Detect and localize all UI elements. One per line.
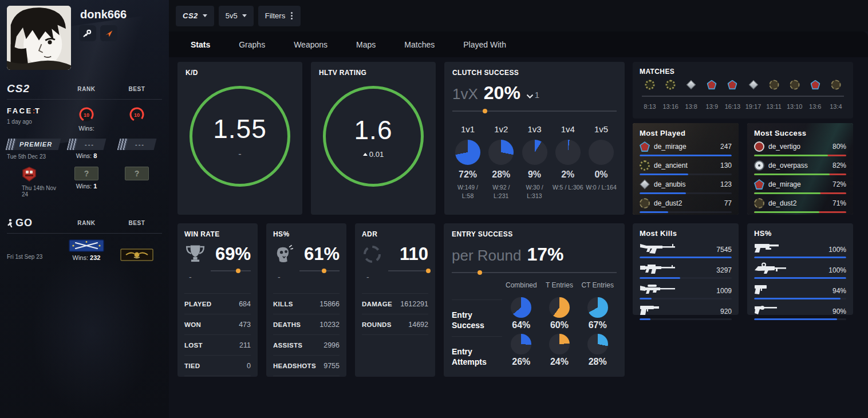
match-item[interactable]: 16:13 — [722, 79, 743, 110]
most-success-card: Most Success de_vertigo80% de_overpass82… — [747, 123, 853, 215]
map-anubis-icon — [640, 179, 650, 190]
clutch-selector[interactable]: 1 — [526, 90, 539, 100]
match-item[interactable]: 13:10 — [784, 79, 805, 110]
chevron-down-icon — [203, 14, 207, 17]
pie-chart — [555, 140, 581, 165]
win-rate-delta: - — [189, 273, 251, 282]
map-row[interactable]: de_dust271% — [754, 198, 846, 213]
pie-chart — [587, 297, 608, 318]
tracker-link[interactable] — [100, 25, 117, 41]
map-mirage-icon — [707, 80, 717, 89]
slider-dot — [483, 109, 487, 113]
weapon-row: 920 — [640, 304, 732, 320]
faceit-date: 1 day ago — [7, 119, 61, 125]
kd-ring: 1.55 - — [190, 86, 290, 187]
map-row[interactable]: de_ancient130 — [640, 160, 732, 175]
win-rate-card: WIN RATE 69% - PLAYED684 — [177, 223, 258, 377]
entry-slider — [452, 272, 617, 273]
map-ancient-icon — [666, 80, 676, 89]
clutch-1v5: 1v5 0% W:0 / L:164 — [586, 124, 617, 200]
win-rate-value: 69% — [215, 244, 251, 265]
entry-success-combined: 64% — [502, 294, 540, 330]
mode-select-label: 5v5 — [226, 11, 238, 20]
match-item[interactable]: 13:11 — [764, 79, 784, 110]
player-name: donk666 — [80, 8, 127, 21]
weapon-row: 94% — [754, 283, 846, 299]
best-column-label: BEST — [112, 86, 162, 92]
map-row[interactable]: de_vertigo80% — [754, 141, 846, 156]
match-item[interactable]: 8:13 — [640, 79, 660, 110]
map-row[interactable]: de_mirage72% — [754, 179, 846, 194]
adr-delta: - — [366, 273, 428, 282]
filters-label: Filters — [265, 11, 285, 20]
trophy-icon — [184, 244, 206, 265]
match-item[interactable]: 13:16 — [660, 79, 681, 110]
pie-chart — [522, 140, 547, 165]
tab-graphs[interactable]: Graphs — [239, 40, 265, 49]
chevron-down-icon — [526, 94, 534, 99]
matches-title: MATCHES — [640, 68, 846, 76]
svg-text:10: 10 — [134, 112, 140, 118]
go-best-column-label: BEST — [112, 220, 162, 226]
tab-weapons[interactable]: Weapons — [294, 40, 328, 49]
pie-chart — [549, 297, 570, 318]
premier-wins: Wins: 8 — [76, 152, 97, 159]
adr-card: ADR 110 - DAMAGE1612291 ROUNDS14692 — [355, 223, 435, 377]
map-row[interactable]: de_overpass82% — [754, 160, 846, 175]
most-kills-card: Most Kills 7545 3297 — [633, 223, 739, 315]
match-item[interactable]: 13:8 — [681, 79, 701, 110]
clutch-value: 20% — [484, 82, 520, 104]
faceit-level-icon: 10 — [78, 107, 94, 123]
filters-button[interactable]: Filters — [258, 6, 301, 26]
premier-best-badge: --- — [117, 139, 157, 150]
stat-row: LOST211 — [184, 334, 251, 355]
clutch-label: 1vX — [452, 85, 478, 103]
caret-up-icon — [363, 153, 368, 156]
map-mirage-icon — [754, 179, 764, 190]
stat-row: WON473 — [184, 314, 251, 334]
map-mirage-icon — [640, 141, 650, 152]
stat-row: DEATHS10232 — [273, 314, 340, 334]
tab-stats[interactable]: Stats — [191, 40, 210, 49]
map-vertigo-icon — [754, 141, 764, 152]
adr-title: ADR — [362, 230, 428, 238]
map-row[interactable]: de_mirage247 — [640, 141, 732, 156]
hs-card: HS% 61% - KILLS15866 — [266, 223, 346, 377]
tab-maps[interactable]: Maps — [356, 40, 376, 49]
glock-icon — [754, 283, 772, 295]
profile-links — [79, 25, 117, 41]
slider-dot — [322, 269, 326, 273]
unknown-best-badge: ? — [125, 167, 149, 180]
clutch-card: CLUTCH SUCCESS 1vX 20% 1 1 — [444, 62, 625, 215]
hltv-ring: 1.6 0.01 — [323, 86, 424, 187]
pie-chart — [587, 334, 608, 354]
weapon-row: 100% — [754, 242, 846, 258]
steam-icon — [82, 28, 93, 38]
tab-played-with[interactable]: Played With — [463, 40, 506, 49]
premier-row: PREMIER Tue 5th Dec 23 --- Wins: 8 --- — [7, 139, 162, 160]
steam-link[interactable] — [79, 25, 96, 41]
tab-matches[interactable]: Matches — [404, 40, 435, 49]
mode-select[interactable]: 5v5 — [219, 6, 254, 26]
usp-icon — [640, 303, 662, 316]
weapon-hs-title: HS% — [754, 229, 846, 238]
game-select-label: CS2 — [183, 11, 198, 20]
map-row[interactable]: de_dust277 — [640, 198, 732, 213]
faceit-wins: Wins: — [78, 125, 94, 132]
match-item[interactable]: 19:17 — [743, 79, 763, 110]
kd-value: 1.55 — [213, 113, 267, 144]
main-panel: CS2 5v5 Filters Stats Graphs Weapons Map… — [169, 0, 868, 418]
map-row[interactable]: de_anubis123 — [640, 179, 732, 194]
premier-rank-badge: --- — [67, 139, 106, 150]
match-item[interactable]: 13:6 — [805, 79, 826, 110]
match-item[interactable]: 13:9 — [701, 79, 722, 110]
avatar[interactable] — [7, 6, 71, 70]
aug-icon — [754, 262, 787, 275]
clutch-1v2: 1v2 28% W:92 / L:231 — [486, 124, 516, 200]
premier-badge: PREMIER — [6, 139, 61, 150]
avatar-art — [7, 6, 71, 70]
match-item[interactable]: 13:4 — [826, 79, 846, 110]
entry-col-t: T Entries — [540, 281, 579, 294]
game-select[interactable]: CS2 — [176, 6, 214, 26]
weapon-row: 90% — [754, 304, 846, 320]
